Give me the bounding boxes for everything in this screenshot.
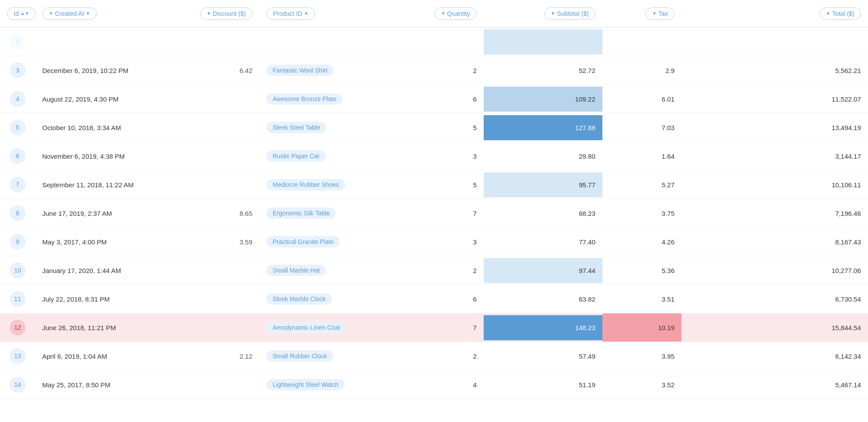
cell-quantity: 7 [396, 313, 484, 342]
col-header-id: Id ▲▼ [0, 0, 35, 27]
cell-created-at: June 26, 2018, 11:21 PM [35, 313, 171, 342]
cell-quantity: 5 [396, 171, 484, 199]
cell-id: 12 [0, 313, 35, 342]
product-tag[interactable]: Small Marble Hat [266, 265, 326, 276]
sort-id-icon: ▲▼ [21, 11, 29, 16]
cell-tax: 7.03 [602, 113, 682, 142]
cell-id: 2 [0, 27, 35, 56]
cell-id: 10 [0, 256, 35, 285]
cell-tax: 5.27 [602, 171, 682, 199]
col-quantity-label: Quantity [447, 10, 470, 17]
sort-total-icon-left: ▼ [826, 11, 831, 16]
cell-discount: 2.12 [171, 342, 259, 371]
cell-quantity: 2 [396, 256, 484, 285]
cell-discount [171, 142, 259, 171]
cell-id: 3 [0, 56, 35, 85]
table-row: 9 May 3, 2017, 4:00 PM 3.59 Practical Gr… [0, 228, 868, 256]
sort-subtotal-icon-left: ▼ [551, 11, 555, 16]
cell-quantity: 4 [396, 371, 484, 399]
sort-subtotal-button[interactable]: ▼ Subtotal ($) [544, 7, 595, 20]
cell-created-at: November 6, 2019, 4:38 PM [35, 142, 171, 171]
sort-tax-button[interactable]: ▼ Tax [646, 7, 675, 20]
sort-created-at-button[interactable]: ▼ Created At ▼ [42, 7, 97, 20]
cell-quantity: 5 [396, 113, 484, 142]
cell-created-at: October 10, 2018, 3:34 AM [35, 113, 171, 142]
cell-product [259, 27, 396, 56]
product-tag[interactable]: Practical Granite Plate [266, 236, 340, 247]
cell-quantity: 2 [396, 342, 484, 371]
product-tag[interactable]: Aerodynamic Linen Coat [266, 322, 346, 333]
sort-product-button[interactable]: Product ID ▼ [266, 7, 315, 20]
cell-discount [171, 256, 259, 285]
cell-created-at: May 3, 2017, 4:00 PM [35, 228, 171, 256]
cell-created-at: April 6, 2019, 1:04 AM [35, 342, 171, 371]
product-tag[interactable]: Ergonomic Silk Table [266, 207, 336, 219]
cell-discount [171, 313, 259, 342]
cell-tax: 6.01 [602, 85, 682, 113]
id-badge: 5 [10, 120, 26, 135]
cell-discount [171, 85, 259, 113]
orders-table-container: Id ▲▼ ▼ Created At ▼ ▼ Discount ($) [0, 0, 868, 399]
cell-product: Rustic Paper Car [259, 142, 396, 171]
cell-product: Small Marble Hat [259, 256, 396, 285]
cell-tax: 10.19 [602, 313, 682, 342]
sort-quantity-button[interactable]: ▼ Quantity [434, 7, 477, 20]
cell-discount: 8.65 [171, 199, 259, 228]
id-badge: 9 [10, 234, 26, 250]
product-tag[interactable]: Mediocre Rubber Shoes [266, 179, 345, 190]
product-tag[interactable]: Sleek Steel Table [266, 122, 326, 133]
sort-id-button[interactable]: Id ▲▼ [7, 7, 36, 20]
cell-created-at: January 17, 2020, 1:44 AM [35, 256, 171, 285]
col-header-quantity: ▼ Quantity [396, 0, 484, 27]
table-row: 10 January 17, 2020, 1:44 AM Small Marbl… [0, 256, 868, 285]
col-header-product-id: Product ID ▼ [259, 0, 396, 27]
product-tag[interactable]: Fantastic Wool Shirt [266, 65, 334, 76]
sort-tax-icon-left: ▼ [652, 11, 656, 16]
cell-total: 3,144.17 [682, 142, 868, 171]
col-product-label: Product ID [273, 10, 302, 17]
product-tag[interactable]: Rustic Paper Car [266, 150, 326, 162]
id-badge: 6 [10, 148, 26, 164]
cell-discount: 6.42 [171, 56, 259, 85]
sort-discount-button[interactable]: ▼ Discount ($) [200, 7, 252, 20]
cell-subtotal: 63.82 [484, 285, 602, 313]
id-badge: 14 [10, 377, 26, 393]
sort-quantity-icon-left: ▼ [441, 11, 445, 16]
table-row: 3 December 6, 2019, 10:22 PM 6.42 Fantas… [0, 56, 868, 85]
table-row: 11 July 22, 2018, 8:31 PM Sleek Marble C… [0, 285, 868, 313]
subtotal-value: 63.82 [579, 295, 595, 303]
subtotal-value: 57.49 [579, 353, 595, 360]
cell-created-at: July 22, 2018, 8:31 PM [35, 285, 171, 313]
cell-created-at: August 22, 2019, 4:30 PM [35, 85, 171, 113]
product-tag[interactable]: Lightweight Steel Watch [266, 379, 345, 390]
product-tag[interactable]: Awesome Bronze Plate [266, 93, 343, 105]
cell-discount [171, 285, 259, 313]
subtotal-value: 77.40 [579, 238, 595, 246]
product-tag[interactable]: Sleek Marble Clock [266, 293, 332, 305]
cell-id: 4 [0, 85, 35, 113]
cell-quantity [396, 27, 484, 56]
col-created-at-label: Created At [55, 10, 84, 17]
cell-total: 15,844.54 [682, 313, 868, 342]
col-total-label: Total ($) [832, 10, 854, 17]
col-tax-label: Tax [658, 10, 668, 17]
cell-subtotal: 29.80 [484, 142, 602, 171]
id-badge: 4 [10, 91, 26, 107]
product-tag[interactable]: Small Rubber Clock [266, 350, 333, 362]
id-badge: 11 [10, 291, 26, 307]
cell-tax: 2.9 [602, 56, 682, 85]
cell-subtotal: 77.40 [484, 228, 602, 256]
cell-tax: 3.51 [602, 285, 682, 313]
table-row: 5 October 10, 2018, 3:34 AM Sleek Steel … [0, 113, 868, 142]
cell-tax: 3.52 [602, 371, 682, 399]
cell-quantity: 7 [396, 199, 484, 228]
id-badge: 13 [10, 348, 26, 364]
cell-created-at: June 17, 2019, 2:37 AM [35, 199, 171, 228]
sort-created-icon-left: ▼ [49, 11, 53, 16]
cell-subtotal: 57.49 [484, 342, 602, 371]
col-header-total: ▼ Total ($) [682, 0, 868, 27]
sort-total-button[interactable]: ▼ Total ($) [820, 7, 861, 20]
cell-tax: 4.26 [602, 228, 682, 256]
cell-tax: 3.75 [602, 199, 682, 228]
col-header-subtotal: ▼ Subtotal ($) [484, 0, 602, 27]
